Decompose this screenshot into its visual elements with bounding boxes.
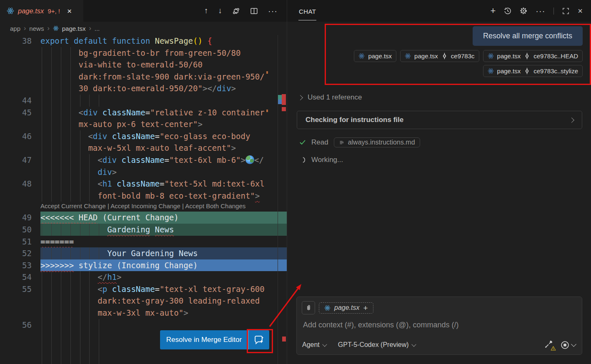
codelens-link[interactable]: Accept Both Changes — [185, 202, 245, 209]
code-line: mx-auto px-6 text-center"> — [0, 118, 287, 130]
code-line-body: dark:from-slate-900 dark:via-green-950/ — [40, 71, 287, 83]
model-dropdown[interactable]: GPT-5-Codex (Preview) — [338, 341, 416, 349]
code-line-body: <div className="text-6xl mb-6"></ — [40, 154, 287, 166]
close-tab-icon[interactable]: × — [67, 7, 72, 15]
tab-chat[interactable]: CHAT — [298, 2, 316, 20]
code-token: via-white to-emerald-50/60 — [79, 60, 203, 69]
line-number: 55 — [0, 283, 40, 295]
indent-guide — [51, 107, 52, 119]
code-line: 47 <div className="text-6xl mb-6"></ — [0, 154, 287, 166]
indent-guide — [89, 247, 90, 259]
code-line: bg-gradient-to-br from-green-50/80 — [0, 47, 287, 59]
line-number: 48 — [0, 178, 40, 190]
indent-guide — [51, 154, 52, 166]
indent-guide — [61, 59, 61, 71]
indent-guide — [89, 95, 90, 107]
indent-guide — [70, 295, 71, 307]
context-chip[interactable]: page.tsx ce9783c..stylize — [483, 65, 583, 77]
breadcrumb-item-symbol[interactable]: ... — [95, 25, 100, 32]
previous-change-icon[interactable]: ↑ — [204, 6, 208, 15]
code-line: 53>>>>>>> stylize (Incoming Change) — [0, 259, 287, 272]
breadcrumb-item-news[interactable]: news — [29, 25, 44, 32]
code-line: max-w-3xl mx-auto"> — [0, 307, 287, 319]
history-icon[interactable] — [504, 7, 511, 15]
codelens-link[interactable]: Accept Incoming Change — [110, 202, 180, 209]
code-line: div> — [0, 166, 287, 178]
code-token: "relative z-10 container — [150, 108, 265, 117]
indent-guide — [70, 224, 71, 236]
code-area: 38export default function NewsPage() { b… — [0, 35, 287, 364]
code-token: bg-gradient-to-br from-green-50/80 — [79, 48, 241, 57]
code-token: className — [112, 284, 155, 294]
attach-context-button[interactable] — [302, 301, 315, 314]
attachment-row: page.tsx + — [302, 301, 577, 314]
indent-guide — [51, 224, 52, 236]
indent-guide — [70, 271, 71, 283]
close-panel-icon[interactable]: × — [578, 7, 583, 15]
indent-guide — [80, 307, 80, 319]
code-token: <<<<<<< HEAD — [40, 213, 98, 222]
code-line-body: mx-auto px-6 text-center"> — [40, 118, 287, 130]
line-number — [0, 71, 40, 83]
indent-guide — [70, 307, 71, 319]
maximize-icon[interactable] — [562, 7, 569, 15]
input-right-actions — [544, 340, 576, 350]
more-actions-icon[interactable]: ··· — [536, 6, 545, 16]
indent-guide — [42, 319, 42, 331]
code-line-body: <div className="eco-glass eco-body — [40, 130, 287, 142]
chevron-down-icon — [322, 342, 327, 347]
context-chip[interactable]: page.tsx ce9783c — [400, 50, 479, 62]
copilot-sparkle-icon[interactable] — [248, 330, 269, 349]
ruler-mark-error — [282, 107, 286, 111]
indent-guide — [89, 166, 90, 178]
chat-input-card[interactable]: page.tsx + Add context (#), extensions (… — [296, 297, 582, 355]
code-line-body: max-w-3xl mx-auto"> — [40, 307, 287, 319]
indent-guide — [42, 190, 42, 202]
code-line: 54 </h1> — [0, 271, 287, 283]
breadcrumb-item-app[interactable]: app — [10, 25, 20, 32]
divider — [553, 7, 554, 15]
stop-button[interactable] — [561, 341, 576, 349]
breadcrumb: app › news › page.tsx › ... — [0, 22, 287, 35]
resolve-in-merge-editor-label: Resolve in Merge Editor — [160, 336, 248, 344]
split-editor-icon[interactable] — [250, 7, 258, 15]
attached-file-chip[interactable]: page.tsx + — [319, 302, 373, 314]
resolve-in-merge-editor-button[interactable]: Resolve in Merge Editor — [160, 330, 269, 349]
progress-step-box[interactable]: Checking for instructions file — [297, 111, 582, 129]
tab-page-tsx[interactable]: page.tsx 9+, ! × — [0, 0, 83, 22]
indent-guide — [70, 118, 71, 130]
code-token: "eco-glass eco-body — [160, 132, 250, 141]
ruler-mark-incoming — [278, 100, 282, 104]
context-chip[interactable]: page.tsx — [354, 50, 396, 62]
code-line: via-white to-emerald-50/60 — [0, 59, 287, 71]
code-token: < — [98, 284, 102, 294]
context-chip-row: page.tsx ce9783c..stylize — [483, 65, 583, 77]
spinner-icon — [298, 156, 306, 164]
indent-guide — [70, 343, 71, 355]
indent-guide — [61, 71, 61, 83]
indent-guide — [61, 307, 61, 319]
instructions-file-chip[interactable]: always.instructions.md — [334, 137, 420, 147]
indent-guide — [51, 247, 52, 259]
compare-changes-icon[interactable] — [232, 7, 240, 15]
mode-dropdown[interactable]: Agent — [302, 341, 326, 349]
code-token: className — [103, 108, 145, 117]
code-token: max-w-3xl mx-auto" — [98, 308, 183, 317]
indent-guide — [51, 190, 52, 202]
next-change-icon[interactable]: ↓ — [218, 6, 223, 15]
tools-icon[interactable] — [544, 340, 554, 350]
code-token: = — [160, 179, 164, 188]
line-number: 44 — [0, 95, 40, 107]
breadcrumb-item-file[interactable]: page.tsx — [62, 25, 86, 32]
add-icon[interactable]: + — [363, 304, 368, 312]
chat-input-placeholder[interactable]: Add context (#), extensions (@), command… — [303, 321, 577, 329]
codelens-link[interactable]: Accept Current Change — [40, 202, 106, 209]
resolve-all-merge-conflicts-button[interactable]: Resolve all merge conflicts — [473, 26, 583, 46]
code-line-body: bg-gradient-to-br from-green-50/80 — [40, 47, 287, 59]
context-chip[interactable]: page.tsx ce9783c..HEAD — [483, 50, 583, 62]
used-references-toggle[interactable]: Used 1 reference — [298, 93, 362, 102]
gear-icon[interactable] — [520, 7, 527, 15]
git-commit-icon — [524, 68, 530, 74]
new-chat-icon[interactable]: + — [490, 6, 496, 15]
more-actions-icon[interactable]: ··· — [268, 6, 278, 16]
